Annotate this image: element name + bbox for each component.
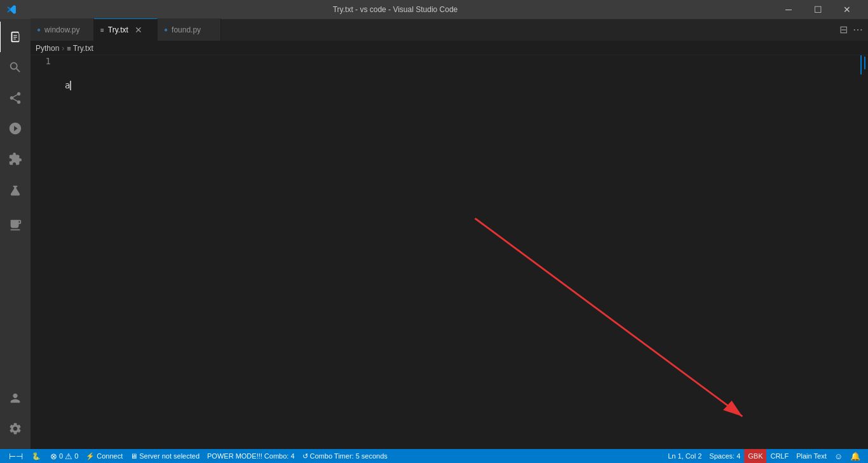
connect-text: Connect: [97, 452, 123, 460]
activity-item-extensions[interactable]: [0, 144, 31, 174]
tab-window-py[interactable]: ● window.py: [31, 18, 94, 41]
vscode-logo-icon: [6, 4, 17, 15]
tab-actions: ⊟ ⋯: [839, 18, 868, 41]
activity-item-test[interactable]: [0, 177, 31, 207]
status-server[interactable]: 🖥 Server not selected: [126, 449, 203, 463]
scroll-indicator: [860, 55, 862, 74]
breadcrumb: Python › ≡ Try.txt: [31, 41, 868, 55]
minimap-area: [862, 55, 868, 449]
more-actions-button[interactable]: ⋯: [853, 24, 863, 36]
editor-content[interactable]: 1 a: [31, 55, 868, 449]
activity-item-accounts[interactable]: [0, 383, 31, 413]
encoding-text: GBK: [748, 452, 763, 460]
code-line-1: a: [65, 79, 868, 92]
status-remote[interactable]: ⊢⊣: [4, 449, 28, 463]
maximize-button[interactable]: ☐: [803, 0, 832, 19]
spaces-text: Spaces: 4: [709, 452, 740, 460]
status-errors[interactable]: ⊗ 0 ⚠ 0: [46, 449, 82, 463]
minimap-scroll-indicator: [864, 57, 865, 69]
breadcrumb-try-txt[interactable]: ≡ Try.txt: [67, 44, 93, 53]
main-layout: ● window.py ≡ Try.txt ✕ ● found.py ⊟ ⋯ P…: [0, 19, 868, 449]
activity-item-explorer[interactable]: [0, 22, 30, 52]
code-area[interactable]: a: [62, 55, 868, 449]
status-spaces[interactable]: Spaces: 4: [705, 449, 744, 463]
server-not-selected-text: Server not selected: [139, 452, 200, 460]
activity-item-search[interactable]: [0, 52, 31, 83]
title-bar-left: [6, 4, 17, 15]
close-button[interactable]: ✕: [832, 0, 862, 19]
line-number-1: 1: [31, 55, 56, 67]
combo-timer-icon: ↺: [302, 452, 308, 460]
title-text: Try.txt - vs code - Visual Studio Code: [333, 5, 458, 14]
remote-icon: ⊢⊣: [9, 452, 23, 461]
breadcrumb-python[interactable]: Python: [36, 44, 59, 53]
server-icon: 🖥: [130, 452, 137, 460]
activity-item-source-control[interactable]: [0, 83, 31, 113]
title-controls: ─ ☐ ✕: [774, 0, 862, 19]
power-mode-text: POWER MODE!!! Combo: 4: [207, 452, 295, 460]
tab-close-try-txt[interactable]: ✕: [135, 25, 142, 35]
warning-count: 0: [74, 452, 78, 460]
editor-area: ● window.py ≡ Try.txt ✕ ● found.py ⊟ ⋯ P…: [31, 19, 868, 449]
activity-item-remote[interactable]: [0, 210, 31, 240]
status-connect[interactable]: ⚡ Connect: [82, 449, 126, 463]
split-editor-button[interactable]: ⊟: [839, 24, 848, 36]
status-feedback[interactable]: ☺: [831, 449, 846, 463]
activity-item-settings[interactable]: [0, 413, 31, 444]
status-encoding[interactable]: GBK: [744, 449, 766, 463]
language-text: Plain Text: [796, 452, 827, 460]
tab-try-txt[interactable]: ≡ Try.txt ✕: [94, 18, 158, 41]
tab-label-found-py: found.py: [172, 25, 201, 34]
error-count: 0: [59, 452, 63, 460]
breadcrumb-file-icon: ≡: [67, 45, 71, 52]
tab-bar: ● window.py ≡ Try.txt ✕ ● found.py ⊟ ⋯: [31, 19, 868, 41]
text-cursor: [70, 81, 71, 90]
activity-item-run[interactable]: [0, 113, 31, 144]
breadcrumb-separator: ›: [62, 44, 64, 53]
error-icon: ⊗: [50, 452, 57, 461]
line-numbers: 1: [31, 55, 62, 449]
connect-icon: ⚡: [86, 452, 95, 460]
status-power-mode[interactable]: POWER MODE!!! Combo: 4: [203, 449, 299, 463]
status-notifications[interactable]: 🔔: [846, 449, 864, 463]
tab-found-py[interactable]: ● found.py: [158, 18, 221, 41]
combo-timer-text: Combo Timer: 5 seconds: [310, 452, 388, 460]
title-bar: Try.txt - vs code - Visual Studio Code ─…: [0, 0, 868, 19]
status-eol[interactable]: CRLF: [766, 449, 792, 463]
warning-icon: ⚠: [65, 452, 72, 461]
code-content-1: a: [65, 79, 70, 92]
status-python[interactable]: 🐍: [28, 449, 46, 463]
activity-bar: [0, 19, 31, 449]
position-text: Ln 1, Col 2: [668, 452, 702, 460]
status-right: Ln 1, Col 2 Spaces: 4 GBK CRLF Plain Tex…: [664, 449, 864, 463]
tab-label-window-py: window.py: [44, 25, 79, 34]
minimize-button[interactable]: ─: [774, 0, 803, 19]
eol-text: CRLF: [770, 452, 789, 460]
notifications-icon: 🔔: [850, 452, 860, 461]
status-language[interactable]: Plain Text: [792, 449, 831, 463]
status-position[interactable]: Ln 1, Col 2: [664, 449, 705, 463]
status-combo-timer[interactable]: ↺ Combo Timer: 5 seconds: [299, 449, 391, 463]
python-icon: 🐍: [32, 452, 41, 460]
status-bar: ⊢⊣ 🐍 ⊗ 0 ⚠ 0 ⚡ Connect 🖥 Server not sele…: [0, 449, 868, 463]
tab-label-try-txt: Try.txt: [108, 25, 128, 34]
feedback-icon: ☺: [834, 452, 843, 461]
